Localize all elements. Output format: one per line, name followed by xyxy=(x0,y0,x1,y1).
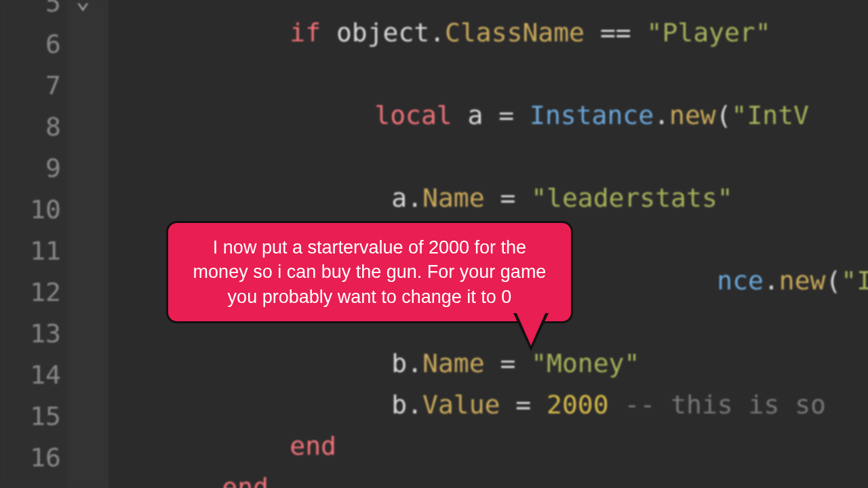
string-literal: "IntV xyxy=(732,100,809,130)
line-number: 12 xyxy=(0,277,61,307)
keyword-if: if xyxy=(290,18,321,47)
string-literal: "leaderstats" xyxy=(531,183,732,213)
line-number: 5 xyxy=(0,0,61,18)
line-number: 10 xyxy=(0,195,61,224)
code-line-11[interactable]: nce.new("IntV xyxy=(624,236,868,325)
dot-operator: . xyxy=(764,266,779,296)
type-name: nce xyxy=(717,266,764,296)
code-editor[interactable]: 5 6 7 8 9 10 11 12 13 14 15 16 ⌄ if obje… xyxy=(0,0,868,488)
line-number: 8 xyxy=(0,112,61,142)
comment: -- this is so xyxy=(625,390,826,420)
paren: ( xyxy=(716,100,732,130)
dot-operator: . xyxy=(429,18,445,47)
type-name: Instance xyxy=(530,100,654,130)
property: ClassName xyxy=(445,18,585,47)
assign-operator: = xyxy=(483,100,530,130)
code-line-9[interactable]: a.Name = "leaderstats" xyxy=(298,153,733,243)
keyword-local: local xyxy=(374,100,452,130)
dot-operator: . xyxy=(407,183,422,213)
line-number: 13 xyxy=(0,319,61,348)
property: Value xyxy=(422,390,500,420)
assign-operator: = xyxy=(485,183,532,213)
code-area[interactable]: if object.ClassName == "Player" local a … xyxy=(108,0,868,488)
dot-operator: . xyxy=(407,390,422,420)
line-number: 14 xyxy=(0,360,61,390)
paren: ( xyxy=(825,266,841,296)
code-line-5[interactable]: if object.ClassName == "Player" xyxy=(197,0,771,77)
number-literal: 2000 xyxy=(547,390,609,420)
line-number: 9 xyxy=(0,153,61,183)
keyword-end: end xyxy=(290,431,336,461)
line-number: 6 xyxy=(0,29,61,59)
fold-gutter[interactable]: ⌄ xyxy=(68,0,108,488)
identifier: a xyxy=(468,100,484,130)
code-line-16[interactable]: end xyxy=(129,443,269,488)
method-name: new xyxy=(669,100,716,130)
code-line-7[interactable]: local a = Instance.new("IntV xyxy=(281,70,809,160)
space xyxy=(609,390,625,420)
line-number-gutter: 5 6 7 8 9 10 11 12 13 14 15 16 xyxy=(0,0,68,488)
space xyxy=(452,100,468,130)
dot-operator: . xyxy=(654,100,669,130)
chevron-down-icon[interactable]: ⌄ xyxy=(76,0,90,14)
string-literal: "Player" xyxy=(647,18,771,47)
line-number: 11 xyxy=(0,236,61,266)
line-number: 16 xyxy=(0,443,61,472)
equals-operator: == xyxy=(585,18,647,47)
assign-operator: = xyxy=(500,390,547,420)
identifier: b xyxy=(391,390,407,420)
property: Name xyxy=(422,183,485,213)
line-number: 7 xyxy=(0,70,61,100)
code-line-14[interactable]: b.Value = 2000 -- this is so xyxy=(298,360,826,449)
method-name: new xyxy=(779,266,826,296)
keyword-end: end xyxy=(222,472,269,488)
line-number: 15 xyxy=(0,401,61,431)
identifier: object xyxy=(321,18,429,47)
identifier: a xyxy=(391,183,407,213)
string-literal: "IntV xyxy=(841,266,868,296)
